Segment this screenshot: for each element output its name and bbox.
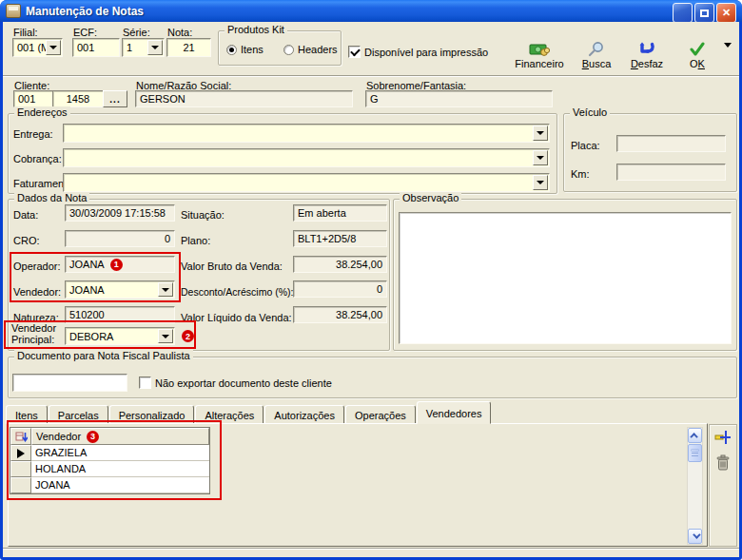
busca-button[interactable]: Busca (575, 28, 618, 69)
chevron-down-icon (537, 181, 544, 184)
divider (3, 75, 739, 77)
observacao-textarea[interactable] (399, 212, 732, 344)
placa-label: Placa: (571, 140, 600, 151)
titlebar[interactable]: Manutenção de Notas _ ✕ (0, 0, 742, 22)
chevron-down-icon (693, 531, 700, 538)
form-body: Filial: 001 (M ECF: Série: 1 Nota: Produ… (3, 22, 739, 557)
cliente-number-input[interactable] (52, 90, 104, 107)
vendedor-principal-combobox[interactable]: DEBORA (65, 327, 175, 345)
faturamento-combobox[interactable] (63, 173, 550, 192)
nota-label: Nota: (167, 27, 192, 38)
km-label: Km: (571, 168, 590, 180)
ellipsis-icon: ... (109, 94, 120, 105)
filial-combobox[interactable]: 001 (M (12, 38, 63, 57)
annotation-badge-1: 1 (110, 259, 123, 271)
produtos-kit-group: Produtos Kit Itens Headers (218, 30, 342, 66)
close-button[interactable]: ✕ (716, 3, 736, 23)
valor-bruto-field: 38.254,00 (293, 256, 387, 273)
tab-personalizado[interactable]: Personalizado (109, 405, 195, 424)
sobrenome-field: G (365, 90, 553, 107)
desconto-field: 0 (293, 280, 387, 298)
serie-label: Série: (123, 27, 150, 38)
tab-itens[interactable]: Itens (6, 405, 48, 424)
faturamento-dropdown-button[interactable] (533, 175, 548, 190)
grid-row[interactable]: JOANA (10, 477, 209, 493)
trash-icon[interactable] (715, 454, 731, 472)
chevron-down-icon (537, 131, 544, 135)
plano-label: Plano: (181, 235, 210, 246)
row-indicator-cell (10, 477, 31, 493)
annotation-badge-2: 2 (182, 330, 194, 342)
entrega-dropdown-button[interactable] (533, 126, 548, 141)
serie-combobox[interactable]: 1 (122, 38, 165, 57)
cobranca-label: Cobrança: (13, 153, 62, 164)
window-icon (6, 4, 21, 18)
tab-operacoes[interactable]: Operações (345, 405, 416, 424)
nao-exportar-label: Não exportar documento deste cliente (155, 377, 332, 389)
enderecos-title: Endereços (14, 106, 70, 118)
vendedor-dropdown-button[interactable] (158, 282, 173, 297)
dados-nota-title: Dados da Nota (14, 192, 89, 203)
nfp-documento-input[interactable] (12, 374, 127, 392)
cobranca-dropdown-button[interactable] (533, 150, 548, 165)
tab-alteracoes[interactable]: Alterações (195, 405, 264, 424)
grid-options-button[interactable] (10, 428, 31, 445)
entrega-combobox[interactable] (63, 124, 550, 143)
ecf-input[interactable] (72, 38, 120, 57)
data-field: 30/03/2009 17:15:58 (65, 204, 175, 222)
tab-parcelas[interactable]: Parcelas (49, 405, 108, 424)
nota-input[interactable] (166, 38, 211, 57)
observacao-title: Observação (400, 192, 461, 203)
radio-itens[interactable] (226, 45, 237, 55)
scroll-down-button[interactable] (688, 529, 702, 544)
filial-dropdown-button[interactable] (46, 40, 61, 55)
vendedor-label: Vendedor: (13, 286, 61, 298)
disponivel-label: Disponível para impressão (364, 47, 488, 58)
vendedor-combobox[interactable]: JOANA (65, 280, 175, 299)
chevron-down-icon (162, 288, 169, 292)
grid-row[interactable]: GRAZIELA (10, 445, 209, 461)
undo-icon (638, 42, 656, 57)
insert-record-icon[interactable] (714, 429, 732, 446)
nfp-title: Documento para Nota Fiscal Paulista (14, 350, 193, 361)
situacao-label: Situação: (181, 209, 225, 221)
toolbar-overflow-icon[interactable] (724, 43, 732, 48)
vendedor-principal-label-1: Vendedor (11, 322, 56, 334)
serie-dropdown-button[interactable] (147, 40, 163, 55)
cobranca-combobox[interactable] (63, 148, 550, 167)
scroll-up-button[interactable] (688, 428, 702, 443)
nao-exportar-checkbox[interactable] (139, 377, 151, 389)
minimize-icon: _ (679, 11, 685, 23)
tab-vendedores[interactable]: Vendedores (417, 401, 492, 424)
disponivel-checkbox[interactable] (348, 46, 361, 58)
grid-actions-panel (709, 424, 737, 547)
window-title: Manutenção de Notas (26, 5, 144, 18)
desfaz-button[interactable]: Desfaz (623, 28, 671, 69)
ok-button[interactable]: OK (678, 28, 716, 69)
chevron-down-icon (537, 156, 544, 160)
row-indicator-cell (10, 461, 31, 477)
scrollbar-thumb[interactable] (688, 444, 702, 462)
chevron-down-icon (49, 46, 57, 49)
grid-row[interactable]: HOLANDA (10, 461, 209, 477)
ecf-label: ECF: (73, 27, 97, 38)
check-icon (689, 42, 706, 57)
financeiro-button[interactable]: Financeiro (508, 28, 571, 69)
minimize-button[interactable]: _ (673, 3, 693, 23)
radio-headers[interactable] (283, 45, 294, 55)
money-icon (529, 43, 550, 57)
cliente-code-input[interactable] (13, 90, 53, 107)
tab-autorizacoes[interactable]: Autorizações (264, 405, 344, 424)
placa-field (616, 135, 726, 152)
entrega-label: Entrega: (13, 128, 53, 140)
vertical-scrollbar[interactable] (687, 427, 703, 545)
valor-bruto-label: Valor Bruto da Venda: (181, 261, 283, 272)
vendedor-principal-dropdown-button[interactable] (158, 329, 173, 343)
filial-label: Filial: (13, 27, 38, 38)
vendedores-grid: Vendedor 3 GRAZIELA HOLANDA JOANA (10, 427, 210, 494)
desconto-label: Desconto/Acréscimo (%): (181, 286, 293, 298)
cliente-lookup-button[interactable]: ... (103, 90, 127, 107)
grid-column-header[interactable]: Vendedor 3 (31, 428, 209, 445)
status-bar (3, 548, 739, 550)
maximize-button[interactable] (694, 3, 714, 23)
